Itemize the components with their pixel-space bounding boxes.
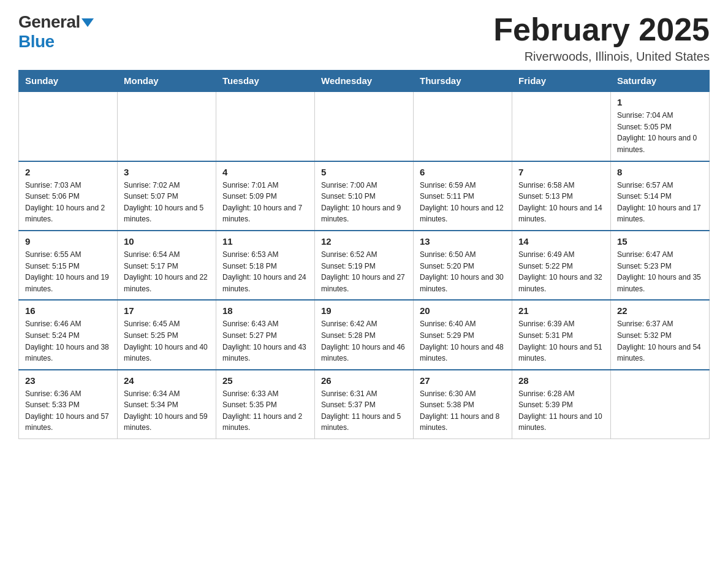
day-number: 25: [222, 375, 308, 386]
day-number: 12: [321, 236, 407, 247]
page-header: General Blue February 2025 Riverwoods, I…: [18, 12, 710, 64]
month-title: February 2025: [493, 12, 710, 47]
day-info: Sunrise: 6:54 AM Sunset: 5:17 PM Dayligh…: [124, 249, 210, 294]
calendar-cell: 9Sunrise: 6:55 AM Sunset: 5:15 PM Daylig…: [19, 231, 118, 300]
calendar-cell: 14Sunrise: 6:49 AM Sunset: 5:22 PM Dayli…: [512, 231, 611, 300]
logo-blue-text: Blue: [18, 32, 55, 51]
day-info: Sunrise: 7:03 AM Sunset: 5:06 PM Dayligh…: [25, 180, 111, 225]
day-number: 10: [124, 236, 210, 247]
calendar-cell: 25Sunrise: 6:33 AM Sunset: 5:35 PM Dayli…: [216, 370, 315, 439]
day-info: Sunrise: 6:28 AM Sunset: 5:39 PM Dayligh…: [518, 388, 604, 434]
day-number: 13: [420, 236, 506, 247]
calendar-cell: 23Sunrise: 6:36 AM Sunset: 5:33 PM Dayli…: [19, 370, 118, 439]
calendar-cell: [118, 91, 216, 161]
day-number: 11: [222, 236, 308, 247]
calendar-cell: [315, 91, 414, 161]
day-number: 20: [420, 305, 506, 316]
day-number: 7: [518, 167, 604, 177]
weekday-header-tuesday: Tuesday: [216, 71, 315, 92]
calendar-cell: 26Sunrise: 6:31 AM Sunset: 5:37 PM Dayli…: [315, 370, 414, 439]
day-info: Sunrise: 7:01 AM Sunset: 5:09 PM Dayligh…: [222, 180, 308, 225]
day-info: Sunrise: 6:40 AM Sunset: 5:29 PM Dayligh…: [420, 318, 506, 364]
day-number: 16: [25, 305, 111, 316]
day-info: Sunrise: 6:52 AM Sunset: 5:19 PM Dayligh…: [321, 249, 407, 294]
calendar-cell: 24Sunrise: 6:34 AM Sunset: 5:34 PM Dayli…: [118, 370, 216, 439]
calendar-cell: 5Sunrise: 7:00 AM Sunset: 5:10 PM Daylig…: [315, 161, 414, 231]
calendar-cell: [414, 91, 512, 161]
weekday-header-row: SundayMondayTuesdayWednesdayThursdayFrid…: [19, 71, 710, 92]
day-number: 9: [25, 236, 111, 247]
day-number: 14: [518, 236, 604, 247]
day-info: Sunrise: 6:43 AM Sunset: 5:27 PM Dayligh…: [222, 318, 308, 364]
day-info: Sunrise: 6:36 AM Sunset: 5:33 PM Dayligh…: [25, 388, 111, 434]
calendar-cell: [216, 91, 315, 161]
day-number: 19: [321, 305, 407, 316]
calendar-cell: 17Sunrise: 6:45 AM Sunset: 5:25 PM Dayli…: [118, 300, 216, 369]
day-info: Sunrise: 6:42 AM Sunset: 5:28 PM Dayligh…: [321, 318, 407, 364]
day-info: Sunrise: 7:04 AM Sunset: 5:05 PM Dayligh…: [617, 110, 703, 155]
day-number: 21: [518, 305, 604, 316]
location-text: Riverwoods, Illinois, United States: [493, 50, 710, 64]
day-number: 6: [420, 167, 506, 177]
title-block: February 2025 Riverwoods, Illinois, Unit…: [493, 12, 710, 64]
day-info: Sunrise: 7:00 AM Sunset: 5:10 PM Dayligh…: [321, 180, 407, 225]
logo: General Blue: [18, 12, 94, 52]
calendar-week-3: 9Sunrise: 6:55 AM Sunset: 5:15 PM Daylig…: [19, 231, 710, 300]
calendar-cell: 27Sunrise: 6:30 AM Sunset: 5:38 PM Dayli…: [414, 370, 512, 439]
day-info: Sunrise: 6:33 AM Sunset: 5:35 PM Dayligh…: [222, 388, 308, 434]
calendar-cell: 7Sunrise: 6:58 AM Sunset: 5:13 PM Daylig…: [512, 161, 611, 231]
day-number: 17: [124, 305, 210, 316]
calendar-cell: 22Sunrise: 6:37 AM Sunset: 5:32 PM Dayli…: [611, 300, 710, 369]
day-number: 2: [25, 167, 111, 177]
day-info: Sunrise: 6:30 AM Sunset: 5:38 PM Dayligh…: [420, 388, 506, 434]
calendar-cell: 8Sunrise: 6:57 AM Sunset: 5:14 PM Daylig…: [611, 161, 710, 231]
day-info: Sunrise: 6:39 AM Sunset: 5:31 PM Dayligh…: [518, 318, 604, 364]
day-number: 3: [124, 167, 210, 177]
day-number: 8: [617, 167, 703, 177]
calendar-week-1: 1Sunrise: 7:04 AM Sunset: 5:05 PM Daylig…: [19, 91, 710, 161]
day-number: 22: [617, 305, 703, 316]
day-info: Sunrise: 6:37 AM Sunset: 5:32 PM Dayligh…: [617, 318, 703, 364]
calendar-cell: 4Sunrise: 7:01 AM Sunset: 5:09 PM Daylig…: [216, 161, 315, 231]
logo-general-text: General: [18, 12, 80, 31]
calendar-cell: 18Sunrise: 6:43 AM Sunset: 5:27 PM Dayli…: [216, 300, 315, 369]
day-number: 4: [222, 167, 308, 177]
logo-top-line: General: [18, 12, 94, 32]
calendar-cell: 6Sunrise: 6:59 AM Sunset: 5:11 PM Daylig…: [414, 161, 512, 231]
day-number: 18: [222, 305, 308, 316]
logo-bottom-line: Blue: [18, 32, 55, 52]
day-info: Sunrise: 6:57 AM Sunset: 5:14 PM Dayligh…: [617, 180, 703, 225]
calendar-cell: 19Sunrise: 6:42 AM Sunset: 5:28 PM Dayli…: [315, 300, 414, 369]
calendar-cell: 16Sunrise: 6:46 AM Sunset: 5:24 PM Dayli…: [19, 300, 118, 369]
weekday-header-sunday: Sunday: [19, 71, 118, 92]
calendar-cell: 11Sunrise: 6:53 AM Sunset: 5:18 PM Dayli…: [216, 231, 315, 300]
calendar-cell: 13Sunrise: 6:50 AM Sunset: 5:20 PM Dayli…: [414, 231, 512, 300]
day-number: 1: [617, 97, 703, 107]
calendar-cell: [611, 370, 710, 439]
calendar-table: SundayMondayTuesdayWednesdayThursdayFrid…: [18, 70, 710, 439]
day-info: Sunrise: 6:31 AM Sunset: 5:37 PM Dayligh…: [321, 388, 407, 434]
calendar-cell: 15Sunrise: 6:47 AM Sunset: 5:23 PM Dayli…: [611, 231, 710, 300]
calendar-cell: 1Sunrise: 7:04 AM Sunset: 5:05 PM Daylig…: [611, 91, 710, 161]
calendar-cell: 12Sunrise: 6:52 AM Sunset: 5:19 PM Dayli…: [315, 231, 414, 300]
day-info: Sunrise: 6:53 AM Sunset: 5:18 PM Dayligh…: [222, 249, 308, 294]
day-info: Sunrise: 6:49 AM Sunset: 5:22 PM Dayligh…: [518, 249, 604, 294]
day-info: Sunrise: 6:55 AM Sunset: 5:15 PM Dayligh…: [25, 249, 111, 294]
day-info: Sunrise: 6:34 AM Sunset: 5:34 PM Dayligh…: [124, 388, 210, 434]
calendar-cell: 20Sunrise: 6:40 AM Sunset: 5:29 PM Dayli…: [414, 300, 512, 369]
calendar-cell: 2Sunrise: 7:03 AM Sunset: 5:06 PM Daylig…: [19, 161, 118, 231]
weekday-header-wednesday: Wednesday: [315, 71, 414, 92]
calendar-week-2: 2Sunrise: 7:03 AM Sunset: 5:06 PM Daylig…: [19, 161, 710, 231]
day-number: 5: [321, 167, 407, 177]
day-info: Sunrise: 6:47 AM Sunset: 5:23 PM Dayligh…: [617, 249, 703, 294]
day-info: Sunrise: 6:59 AM Sunset: 5:11 PM Dayligh…: [420, 180, 506, 225]
day-info: Sunrise: 6:50 AM Sunset: 5:20 PM Dayligh…: [420, 249, 506, 294]
day-number: 23: [25, 375, 111, 386]
day-info: Sunrise: 7:02 AM Sunset: 5:07 PM Dayligh…: [124, 180, 210, 225]
calendar-cell: [512, 91, 611, 161]
day-number: 27: [420, 375, 506, 386]
logo-triangle-icon: [82, 18, 94, 27]
day-number: 24: [124, 375, 210, 386]
day-number: 15: [617, 236, 703, 247]
calendar-cell: 10Sunrise: 6:54 AM Sunset: 5:17 PM Dayli…: [118, 231, 216, 300]
